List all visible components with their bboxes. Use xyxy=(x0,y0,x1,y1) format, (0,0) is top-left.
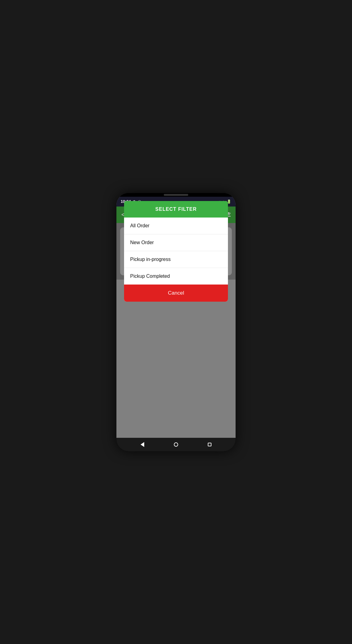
modal-overlay: SELECT FILTER All Order New Order Pickup… xyxy=(116,223,236,280)
filter-option-pickup-completed-label: Pickup Completed xyxy=(130,274,170,279)
phone-screen: 10:24 ⚙ ◎ ▾ ▲ 🔋 < ORDER LIST ALL ORDER xyxy=(116,197,236,438)
cancel-button[interactable]: Cancel xyxy=(124,285,228,302)
phone-notch-area xyxy=(116,193,236,197)
main-content: Order #: ORD000027 Store: Kingman Total … xyxy=(116,223,236,280)
modal-header: SELECT FILTER xyxy=(124,201,228,218)
bottom-nav xyxy=(116,438,236,451)
filter-modal: SELECT FILTER All Order New Order Pickup… xyxy=(124,201,228,302)
filter-option-pickup-in-progress-label: Pickup in-progress xyxy=(130,257,171,262)
cancel-label: Cancel xyxy=(168,290,184,296)
filter-option-new-order-label: New Order xyxy=(130,240,154,245)
recents-nav-button[interactable] xyxy=(208,443,211,446)
phone-frame: 10:24 ⚙ ◎ ▾ ▲ 🔋 < ORDER LIST ALL ORDER xyxy=(116,193,236,451)
filter-option-pickup-in-progress[interactable]: Pickup in-progress xyxy=(124,251,228,268)
filter-option-all-order-label: All Order xyxy=(130,223,149,228)
back-nav-button[interactable] xyxy=(141,442,144,447)
phone-notch xyxy=(164,194,188,196)
filter-option-new-order[interactable]: New Order xyxy=(124,234,228,251)
modal-title: SELECT FILTER xyxy=(155,207,196,212)
filter-option-pickup-completed[interactable]: Pickup Completed xyxy=(124,268,228,285)
filter-dot-1 xyxy=(228,212,229,214)
filter-option-all-order[interactable]: All Order xyxy=(124,218,228,234)
home-nav-button[interactable] xyxy=(174,442,178,447)
